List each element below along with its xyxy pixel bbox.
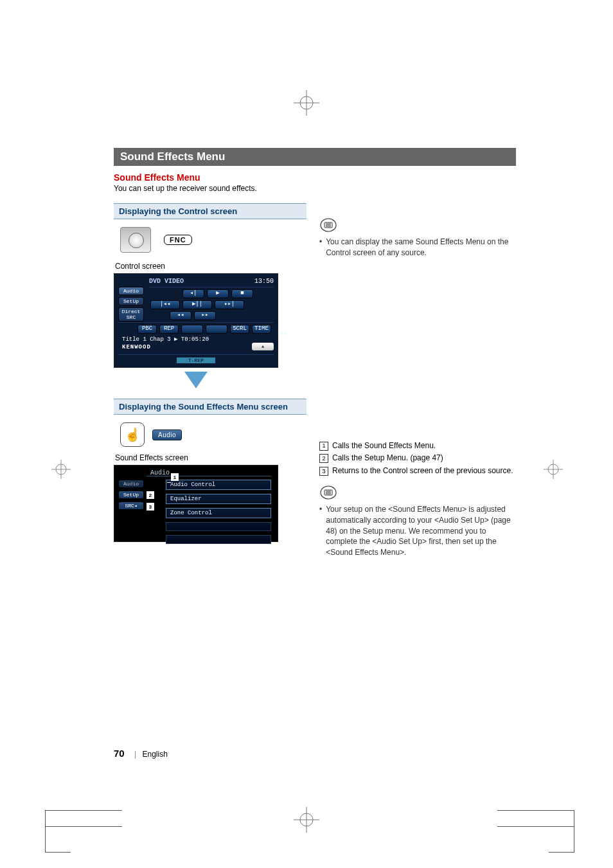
crop-mark-bl-step	[45, 827, 71, 853]
registration-mark-top	[294, 90, 319, 116]
tab-setup[interactable]: SetUp	[118, 297, 144, 305]
sfx-item-audio-control[interactable]: Audio Control	[166, 480, 271, 490]
crop-mark-br-step	[549, 827, 574, 853]
left-column: Displaying the Control screen FNC Contro…	[114, 203, 306, 560]
source-title: DVD VIDEO	[149, 278, 252, 285]
note-icon	[319, 216, 337, 234]
page-number: 70	[114, 748, 125, 759]
note-text-1: •You can display the same Sound Effects …	[319, 237, 516, 258]
subsection-description: You can set up the receiver sound effect…	[114, 184, 516, 193]
sfx-tab-audio[interactable]: Audio	[118, 480, 144, 488]
stop-button[interactable]: ■	[231, 289, 253, 298]
section-heading: Sound Effects Menu	[114, 148, 516, 166]
crop-mark-bl	[45, 810, 122, 827]
callout-desc-1: 1 Calls the Sound Effects Menu.	[319, 440, 516, 451]
time-button[interactable]: TIME	[252, 325, 271, 334]
sfx-empty-row	[166, 522, 271, 531]
callout-desc-3: 3 Returns to the Control screen of the p…	[319, 466, 516, 476]
panel-title-control: Displaying the Control screen	[114, 203, 306, 219]
sfx-item-zone-control[interactable]: Zone Control	[166, 508, 271, 518]
rep-button[interactable]: REP	[159, 325, 179, 334]
play-pause-button[interactable]: ▶||	[182, 300, 212, 309]
sound-effects-screen: Audio Audio SetUp SRC◂ Audio Control Equ…	[114, 465, 278, 542]
content-area: Sound Effects Menu Sound Effects Menu Yo…	[114, 148, 516, 560]
callout-3: 3	[147, 503, 154, 511]
fnc-button[interactable]: FNC	[164, 235, 192, 245]
title-info: Title 1 Chap 3 ▶ T0:05:20	[122, 336, 274, 343]
panel-title-sfx: Displaying the Sound Effects Menu screen	[114, 399, 306, 415]
blank-button-1[interactable]	[181, 325, 203, 334]
next-button[interactable]: ▸▸|	[215, 300, 244, 309]
touch-hand-icon: ☝	[120, 422, 145, 447]
play-button[interactable]: ▶	[207, 289, 229, 298]
blank-button-2[interactable]	[206, 325, 227, 334]
page: Sound Effects Menu Sound Effects Menu Yo…	[0, 0, 613, 868]
down-arrow-icon	[184, 372, 208, 388]
joystick-icon	[120, 227, 151, 253]
joystick-fnc-row: FNC	[120, 227, 306, 253]
sfx-screen-caption: Sound Effects screen	[115, 453, 306, 462]
pbc-button[interactable]: PBC	[138, 325, 157, 334]
tab-direct-src[interactable]: Direct SRC	[118, 307, 144, 321]
registration-mark-bottom	[294, 807, 319, 833]
trep-indicator: T-REP	[177, 357, 215, 363]
subsection-heading: Sound Effects Menu	[114, 172, 516, 183]
in-label: IN	[280, 330, 287, 336]
eject-button[interactable]	[252, 343, 274, 350]
control-screen-caption: Control screen	[115, 262, 306, 271]
sfx-tab-src[interactable]: SRC◂	[118, 502, 144, 510]
note-text-2: •Your setup on the <Sound Effects Menu> …	[319, 504, 516, 558]
fast-forward-button[interactable]: ▸▸	[194, 311, 216, 320]
control-screen: DVD VIDEO 13:50 Audio SetUp Direct SRC ◂…	[114, 273, 278, 368]
scrl-button[interactable]: SCRL	[230, 325, 249, 334]
callout-1: 1	[171, 473, 179, 481]
callout-2: 2	[147, 491, 154, 499]
page-footer: 70 | English	[114, 748, 168, 759]
audio-button[interactable]: Audio	[152, 429, 182, 440]
callout-desc-2: 2 Calls the Setup Menu. (page 47)	[319, 453, 516, 464]
step-back-button[interactable]: ◂|	[182, 289, 204, 298]
sfx-tab-setup[interactable]: SetUp	[118, 491, 144, 499]
note-icon	[319, 484, 337, 502]
page-language: English	[143, 750, 168, 759]
prev-button[interactable]: |◂◂	[150, 300, 180, 309]
transport-controls: ◂| ▶ ■ |◂◂ ▶|| ▸▸| ◂◂ ▸▸	[150, 289, 274, 320]
crop-mark-br	[497, 810, 574, 827]
registration-mark-left	[51, 460, 71, 479]
registration-mark-right	[544, 460, 563, 479]
rewind-button[interactable]: ◂◂	[170, 311, 191, 320]
tab-audio[interactable]: Audio	[118, 287, 144, 295]
right-column: •You can display the same Sound Effects …	[319, 203, 516, 560]
sfx-empty-row	[166, 535, 271, 544]
left-tabs: Audio SetUp Direct SRC	[118, 287, 144, 321]
clock: 13:50	[254, 278, 274, 285]
sfx-item-equalizer[interactable]: Equalizer	[166, 494, 271, 504]
